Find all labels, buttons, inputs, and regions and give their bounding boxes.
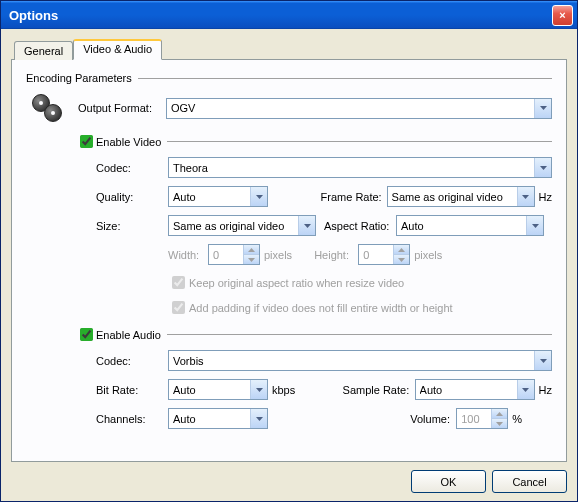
chevron-down-icon — [534, 99, 551, 118]
output-format-label: Output Format: — [78, 102, 166, 114]
enable-audio-group: Enable Audio — [76, 325, 552, 344]
output-format-row: Output Format: OGV — [26, 92, 552, 124]
pixels-label: pixels — [264, 249, 292, 261]
frame-rate-combo[interactable]: Same as original video — [387, 186, 535, 207]
enable-video-checkbox[interactable] — [80, 135, 93, 148]
chevron-down-icon — [393, 254, 409, 264]
tab-general[interactable]: General — [14, 41, 73, 60]
enable-video-group: Enable Video — [76, 132, 552, 151]
enable-audio-label: Enable Audio — [96, 329, 161, 341]
volume-spinner: 100 — [456, 408, 508, 429]
quality-label: Quality: — [96, 191, 168, 203]
audio-codec-label: Codec: — [96, 355, 168, 367]
hz-label: Hz — [539, 191, 552, 203]
add-padding-checkbox — [172, 301, 185, 314]
chevron-down-icon — [250, 409, 267, 428]
chevron-down-icon — [250, 380, 267, 399]
channels-label: Channels: — [96, 413, 168, 425]
keep-aspect-label: Keep original aspect ratio when resize v… — [189, 277, 404, 289]
quality-combo[interactable]: Auto — [168, 186, 268, 207]
chevron-down-icon — [517, 187, 534, 206]
chevron-down-icon — [250, 187, 267, 206]
size-combo[interactable]: Same as original video — [168, 215, 316, 236]
close-icon: × — [559, 9, 565, 21]
pixels-label: pixels — [414, 249, 442, 261]
video-codec-label: Codec: — [96, 162, 168, 174]
tab-page-video-audio: Encoding Parameters Output Format: OGV E… — [11, 59, 567, 462]
tab-strip: General Video & Audio — [14, 39, 567, 60]
channels-combo[interactable]: Auto — [168, 408, 268, 429]
height-label: Height: — [314, 249, 358, 261]
aspect-ratio-label: Aspect Ratio: — [316, 220, 396, 232]
chevron-down-icon — [534, 158, 551, 177]
frame-rate-label: Frame Rate: — [313, 191, 387, 203]
dialog-footer: OK Cancel — [11, 462, 567, 493]
film-reel-icon — [32, 92, 64, 124]
volume-label: Volume: — [402, 413, 456, 425]
chevron-down-icon — [243, 254, 259, 264]
enable-video-label: Enable Video — [96, 136, 161, 148]
chevron-down-icon — [526, 216, 543, 235]
sample-rate-label: Sample Rate: — [335, 384, 415, 396]
chevron-up-icon — [393, 245, 409, 254]
chevron-down-icon — [491, 418, 507, 428]
tab-video-audio[interactable]: Video & Audio — [73, 39, 162, 60]
close-button[interactable]: × — [552, 5, 573, 26]
encoding-parameters-label: Encoding Parameters — [26, 72, 132, 84]
size-label: Size: — [96, 220, 168, 232]
hz-label: Hz — [539, 384, 552, 396]
ok-button[interactable]: OK — [411, 470, 486, 493]
encoding-parameters-group: Encoding Parameters — [26, 72, 552, 84]
percent-label: % — [512, 413, 522, 425]
window-title: Options — [9, 8, 552, 23]
enable-audio-checkbox[interactable] — [80, 328, 93, 341]
video-codec-combo[interactable]: Theora — [168, 157, 552, 178]
chevron-up-icon — [243, 245, 259, 254]
chevron-down-icon — [298, 216, 315, 235]
bit-rate-combo[interactable]: Auto — [168, 379, 268, 400]
width-spinner: 0 — [208, 244, 260, 265]
output-format-combo[interactable]: OGV — [166, 98, 552, 119]
bit-rate-label: Bit Rate: — [96, 384, 168, 396]
chevron-up-icon — [491, 409, 507, 418]
cancel-button[interactable]: Cancel — [492, 470, 567, 493]
keep-aspect-checkbox — [172, 276, 185, 289]
client-area: General Video & Audio Encoding Parameter… — [1, 29, 577, 501]
audio-codec-combo[interactable]: Vorbis — [168, 350, 552, 371]
sample-rate-combo[interactable]: Auto — [415, 379, 535, 400]
add-padding-label: Add padding if video does not fill entir… — [189, 302, 453, 314]
aspect-ratio-combo[interactable]: Auto — [396, 215, 544, 236]
height-spinner: 0 — [358, 244, 410, 265]
chevron-down-icon — [517, 380, 534, 399]
chevron-down-icon — [534, 351, 551, 370]
titlebar: Options × — [1, 1, 577, 29]
width-label: Width: — [168, 249, 208, 261]
kbps-label: kbps — [272, 384, 295, 396]
